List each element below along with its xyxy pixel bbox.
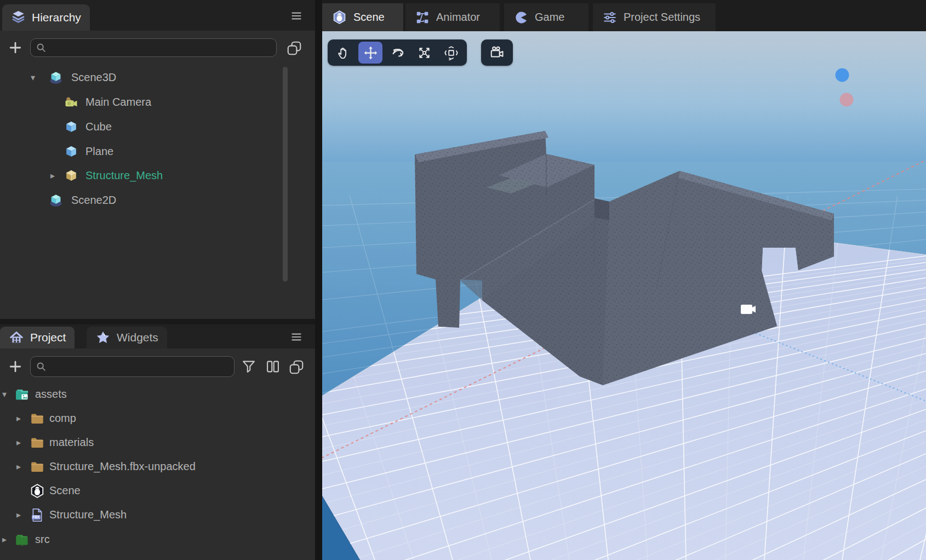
game-icon <box>514 10 528 25</box>
chevron-right-icon[interactable]: ▸ <box>16 510 21 521</box>
cube-tan-icon <box>64 168 79 184</box>
tree-item-label: Scene3D <box>71 71 116 84</box>
camera-preview-button[interactable] <box>485 42 509 64</box>
scene-hex-tab-icon <box>332 10 347 25</box>
chevron-right-icon[interactable]: ▸ <box>2 534 7 545</box>
tab-label: Widgets <box>117 331 158 344</box>
cube-blue-icon <box>64 144 79 159</box>
folder-icon <box>30 459 45 475</box>
project-item-materials[interactable]: ▸materials <box>0 433 315 452</box>
hierarchy-item-plane[interactable]: Plane <box>0 142 315 161</box>
hierarchy-menu-icon[interactable] <box>289 9 304 23</box>
cube-blue-icon <box>64 119 79 135</box>
hierarchy-tab-label: Hierarchy <box>32 11 81 24</box>
scale-tool-button[interactable] <box>412 42 436 64</box>
tab-label: Scene <box>353 11 385 24</box>
tab-hierarchy[interactable]: Hierarchy <box>2 4 90 31</box>
tab-project[interactable]: Project <box>0 327 75 348</box>
project-copy-icon[interactable] <box>288 359 304 374</box>
tab-label: Project Settings <box>624 11 700 24</box>
chevron-down-icon[interactable]: ▾ <box>2 389 7 400</box>
chevron-right-icon[interactable]: ▸ <box>16 437 21 448</box>
project-search <box>30 356 235 377</box>
tree-item-label: Structure_Mesh <box>85 169 163 182</box>
hierarchy-copy-icon[interactable] <box>286 40 301 55</box>
camera-toolbar <box>481 39 513 66</box>
tab-animator[interactable]: Animator <box>405 3 500 31</box>
hierarchy-search-input[interactable] <box>50 42 272 54</box>
gizmo-axis-dot-pink[interactable] <box>840 93 854 107</box>
tree-item-label: comp <box>49 412 76 425</box>
transform-toolbar <box>328 39 467 66</box>
star-icon <box>95 330 111 345</box>
pan-hand-tool-button[interactable] <box>331 42 356 64</box>
tab-widgets[interactable]: Widgets <box>87 327 167 348</box>
hierarchy-add-button[interactable] <box>8 40 23 55</box>
rotate-tool-button[interactable] <box>385 42 409 64</box>
folder-icon <box>30 435 45 450</box>
project-item-structure-mesh[interactable]: ▸FBXStructure_Mesh <box>0 506 315 524</box>
hierarchy-item-main-camera[interactable]: Main Camera <box>0 93 315 112</box>
panel-divider[interactable] <box>0 319 315 324</box>
tab-label: Animator <box>436 11 480 24</box>
sliders-icon <box>603 10 617 25</box>
tree-item-label: Structure_Mesh.fbx-unpacked <box>49 460 196 473</box>
project-item-comp[interactable]: ▸comp <box>0 409 315 428</box>
tree-item-label: Structure_Mesh <box>49 508 127 521</box>
fbx-file-icon: FBX <box>30 507 45 523</box>
left-panel-column: Hierarchy ProjectWidgets <box>0 0 315 560</box>
tab-label: Project <box>30 331 66 344</box>
tree-item-label: assets <box>35 388 67 401</box>
svg-text:FBX: FBX <box>33 515 40 519</box>
project-tabbar: ProjectWidgets <box>0 324 315 348</box>
chevron-down-icon[interactable]: ▾ <box>31 72 35 83</box>
chevron-right-icon[interactable]: ▸ <box>16 461 21 472</box>
project-filter-icon[interactable] <box>241 359 256 374</box>
hierarchy-item-structure-mesh[interactable]: ▸Structure_Mesh <box>0 167 315 185</box>
camera-icon <box>64 95 79 110</box>
hierarchy-item-cube[interactable]: Cube <box>0 118 315 136</box>
scene-3d-canvas[interactable] <box>322 31 926 560</box>
viewport-tabbar: SceneAnimatorGameProject Settings <box>322 0 926 31</box>
project-search-input[interactable] <box>50 361 230 373</box>
tree-item-label: Scene <box>49 484 81 497</box>
gizmo-axis-dot-blue[interactable] <box>836 68 849 82</box>
project-item-structure-mesh-fbx-unpacked[interactable]: ▸Structure_Mesh.fbx-unpacked <box>0 458 315 476</box>
tree-item-label: src <box>35 533 50 546</box>
tree-item-label: materials <box>49 436 94 449</box>
scene-cube-icon <box>48 70 64 85</box>
hierarchy-item-scene2d[interactable]: Scene2D <box>0 191 315 210</box>
scene-cube-icon <box>48 193 64 208</box>
tab-scene[interactable]: Scene <box>322 3 403 31</box>
tree-item-label: Main Camera <box>85 96 151 108</box>
project-item-assets[interactable]: ▾assets <box>0 385 315 404</box>
chevron-right-icon[interactable]: ▸ <box>50 170 55 181</box>
project-item-scene[interactable]: Scene <box>0 482 315 500</box>
tree-item-label: Scene2D <box>71 194 116 207</box>
folder-icon <box>30 411 45 426</box>
scene-hex-icon <box>30 483 45 499</box>
move-tool-button[interactable] <box>358 42 382 64</box>
hierarchy-tabbar: Hierarchy <box>0 0 315 31</box>
scene-viewport[interactable] <box>322 31 926 560</box>
tab-game[interactable]: Game <box>504 3 588 31</box>
hierarchy-search <box>30 38 277 57</box>
home-icon <box>9 330 24 345</box>
layers-icon <box>11 9 26 26</box>
tree-item-label: Plane <box>85 145 113 158</box>
project-add-button[interactable] <box>8 359 23 374</box>
editor-window: Hierarchy ProjectWidgets <box>0 0 926 560</box>
folder-src-icon <box>14 532 30 547</box>
folder-assets-icon <box>14 387 30 402</box>
project-item-src[interactable]: ▸src <box>0 530 315 549</box>
rect-transform-tool-button[interactable] <box>439 42 463 64</box>
search-icon <box>35 42 47 54</box>
chevron-right-icon[interactable]: ▸ <box>16 413 21 424</box>
column-divider[interactable] <box>315 0 322 560</box>
hierarchy-item-scene3d[interactable]: ▾Scene3D <box>0 68 315 87</box>
tree-item-label: Cube <box>85 121 112 133</box>
tab-project-settings[interactable]: Project Settings <box>593 3 716 31</box>
project-menu-icon[interactable] <box>289 330 304 344</box>
project-columns-icon[interactable] <box>265 359 281 374</box>
project-panel-body <box>0 348 315 560</box>
